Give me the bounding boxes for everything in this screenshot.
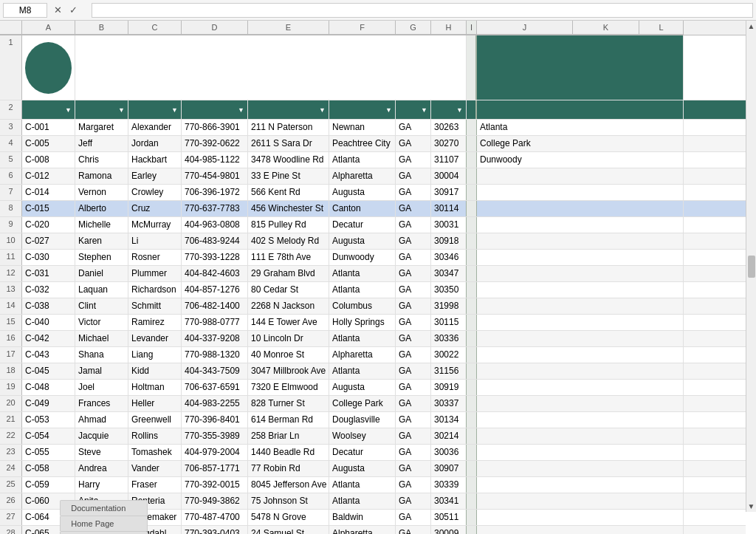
cell-address-10[interactable]: 402 S Melody Rd xyxy=(248,233,329,249)
cell-zip-5[interactable]: 31107 xyxy=(431,152,467,168)
cell-first-6[interactable]: Ramona xyxy=(75,168,128,184)
cell-zip-10[interactable]: 30918 xyxy=(431,233,467,249)
cell-customerid-3[interactable]: C-001 xyxy=(22,120,75,135)
cell-city-14[interactable]: Columbus xyxy=(329,298,396,314)
cell-state-25[interactable]: GA xyxy=(396,477,431,493)
cell-first-5[interactable]: Chris xyxy=(75,152,128,168)
cell-last-15[interactable]: Ramirez xyxy=(128,315,182,330)
scroll-down-arrow[interactable]: ▼ xyxy=(748,502,755,510)
table-row[interactable]: 5 C-008 Chris Hackbart 404-985-1122 3478… xyxy=(0,152,746,168)
cell-state-8[interactable]: GA xyxy=(396,201,431,216)
cell-first-23[interactable]: Steve xyxy=(75,445,128,460)
table-row[interactable]: 24 C-058 Andrea Vander 706-857-1771 77 R… xyxy=(0,461,746,477)
table-row[interactable]: 4 C-005 Jeff Jordan 770-392-0622 2611 S … xyxy=(0,136,746,152)
cell-phone-10[interactable]: 706-483-9244 xyxy=(182,233,248,249)
col-header-D[interactable]: D xyxy=(182,21,248,35)
cell-customerid-21[interactable]: C-053 xyxy=(22,412,75,428)
cell-first-17[interactable]: Shana xyxy=(75,347,128,363)
header-city[interactable]: ▼ xyxy=(329,100,396,119)
cell-last-23[interactable]: Tomashek xyxy=(128,445,182,460)
cell-city-16[interactable]: Atlanta xyxy=(329,331,396,346)
cell-phone-25[interactable]: 770-392-0015 xyxy=(182,477,248,493)
cell-last-18[interactable]: Kidd xyxy=(128,363,182,379)
cell-zip-3[interactable]: 30263 xyxy=(431,120,467,135)
col-header-E[interactable]: E xyxy=(248,21,329,35)
cell-zip-8[interactable]: 30114 xyxy=(431,201,467,216)
cell-address-21[interactable]: 614 Berman Rd xyxy=(248,412,329,428)
cell-city-28[interactable]: Alpharetta xyxy=(329,526,396,534)
cell-first-22[interactable]: Jacquie xyxy=(75,428,128,444)
cell-first-12[interactable]: Daniel xyxy=(75,266,128,281)
cell-last-8[interactable]: Cruz xyxy=(128,201,182,216)
table-row[interactable]: 13 C-032 Laquan Richardson 404-857-1276 … xyxy=(0,282,746,298)
cell-customerid-12[interactable]: C-031 xyxy=(22,266,75,281)
cell-zip-20[interactable]: 30337 xyxy=(431,396,467,411)
col-header-A[interactable]: A xyxy=(22,21,75,35)
cell-city-8[interactable]: Canton xyxy=(329,201,396,216)
cell-phone-8[interactable]: 770-637-7783 xyxy=(182,201,248,216)
cell-address-15[interactable]: 144 E Tower Ave xyxy=(248,315,329,330)
col-header-B[interactable]: B xyxy=(75,21,128,35)
cell-last-13[interactable]: Richardson xyxy=(128,282,182,298)
header-address[interactable]: ▼ xyxy=(248,100,329,119)
cell-city-4[interactable]: Peachtree City xyxy=(329,136,396,151)
table-row[interactable]: 19 C-048 Joel Holtman 706-637-6591 7320 … xyxy=(0,380,746,396)
cell-state-11[interactable]: GA xyxy=(396,250,431,265)
cell-state-27[interactable]: GA xyxy=(396,510,431,525)
cell-phone-16[interactable]: 404-337-9208 xyxy=(182,331,248,346)
cell-zip-14[interactable]: 31998 xyxy=(431,298,467,314)
cell-city-6[interactable]: Alpharetta xyxy=(329,168,396,184)
cell-state-15[interactable]: GA xyxy=(396,315,431,330)
table-row[interactable]: 6 C-012 Ramona Earley 770-454-9801 33 E … xyxy=(0,168,746,185)
cell-customerid-16[interactable]: C-042 xyxy=(22,331,75,346)
cell-zip-11[interactable]: 30346 xyxy=(431,250,467,265)
cell-phone-12[interactable]: 404-842-4603 xyxy=(182,266,248,281)
cell-first-8[interactable]: Alberto xyxy=(75,201,128,216)
cell-zip-22[interactable]: 30214 xyxy=(431,428,467,444)
fx-icon[interactable] xyxy=(83,10,87,11)
cell-last-14[interactable]: Schmitt xyxy=(128,298,182,314)
cell-address-8[interactable]: 456 Winchester St xyxy=(248,201,329,216)
cell-address-7[interactable]: 566 Kent Rd xyxy=(248,185,329,200)
cell-city-9[interactable]: Decatur xyxy=(329,217,396,233)
cell-customerid-8[interactable]: C-015 xyxy=(22,201,75,216)
cell-first-18[interactable]: Jamal xyxy=(75,363,128,379)
cell-state-13[interactable]: GA xyxy=(396,282,431,298)
cell-address-23[interactable]: 1440 Beadle Rd xyxy=(248,445,329,460)
cell-zip-16[interactable]: 30336 xyxy=(431,331,467,346)
cell-address-12[interactable]: 29 Graham Blvd xyxy=(248,266,329,281)
right-scrollbar[interactable]: ▲ ▼ xyxy=(746,21,756,512)
cell-zip-13[interactable]: 30350 xyxy=(431,282,467,298)
cell-city-12[interactable]: Atlanta xyxy=(329,266,396,281)
cell-state-28[interactable]: GA xyxy=(396,526,431,534)
table-row[interactable]: 16 C-042 Michael Levander 404-337-9208 1… xyxy=(0,331,746,347)
cell-phone-17[interactable]: 770-988-1320 xyxy=(182,347,248,363)
cell-customerid-15[interactable]: C-040 xyxy=(22,315,75,330)
cell-last-7[interactable]: Crowley xyxy=(128,185,182,200)
cell-city-24[interactable]: Augusta xyxy=(329,461,396,476)
cell-city-20[interactable]: College Park xyxy=(329,396,396,411)
cell-first-10[interactable]: Karen xyxy=(75,233,128,249)
cell-state-18[interactable]: GA xyxy=(396,363,431,379)
cell-first-11[interactable]: Stephen xyxy=(75,250,128,265)
cell-zip-24[interactable]: 30907 xyxy=(431,461,467,476)
cell-phone-11[interactable]: 770-393-1228 xyxy=(182,250,248,265)
cell-customerid-17[interactable]: C-043 xyxy=(22,347,75,363)
cell-city-10[interactable]: Augusta xyxy=(329,233,396,249)
cell-state-24[interactable]: GA xyxy=(396,461,431,476)
table-row[interactable]: 8 C-015 Alberto Cruz 770-637-7783 456 Wi… xyxy=(0,201,746,217)
cell-zip-19[interactable]: 30919 xyxy=(431,380,467,395)
cell-address-16[interactable]: 10 Lincoln Dr xyxy=(248,331,329,346)
cell-customerid-20[interactable]: C-049 xyxy=(22,396,75,411)
scroll-thumb[interactable] xyxy=(748,256,755,278)
cell-zip-26[interactable]: 30341 xyxy=(431,493,467,509)
cell-state-14[interactable]: GA xyxy=(396,298,431,314)
cell-customerid-23[interactable]: C-055 xyxy=(22,445,75,460)
cell-zip-15[interactable]: 30115 xyxy=(431,315,467,330)
cell-phone-20[interactable]: 404-983-2255 xyxy=(182,396,248,411)
cell-city-23[interactable]: Decatur xyxy=(329,445,396,460)
cell-phone-3[interactable]: 770-866-3901 xyxy=(182,120,248,135)
cell-phone-9[interactable]: 404-963-0808 xyxy=(182,217,248,233)
cell-state-26[interactable]: GA xyxy=(396,493,431,509)
cell-customerid-7[interactable]: C-014 xyxy=(22,185,75,200)
